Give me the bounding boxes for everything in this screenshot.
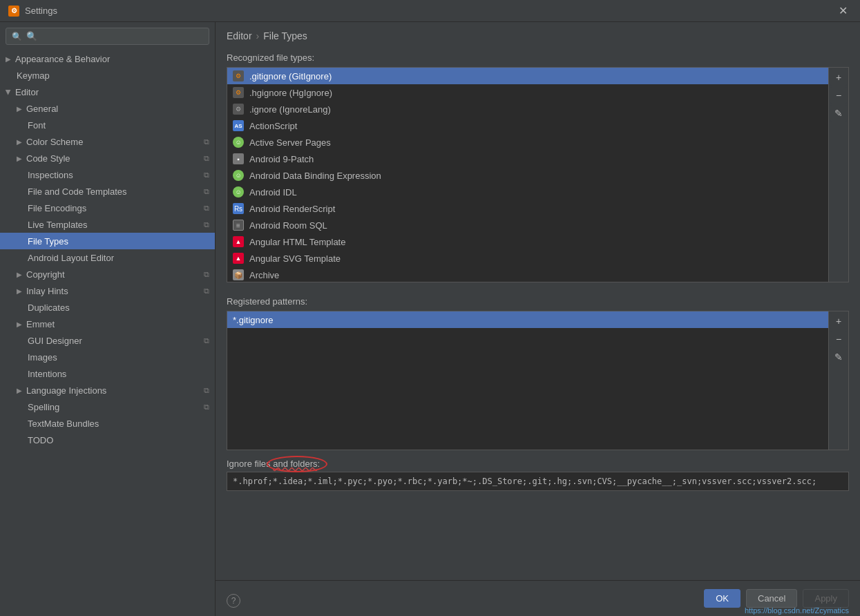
ok-button[interactable]: OK <box>704 589 740 608</box>
file-type-label: Angular SVG Template <box>249 253 341 264</box>
sidebar-item-gui-designer[interactable]: GUI Designer ⧉ <box>0 332 215 349</box>
app-icon: ⚙ <box>8 6 19 17</box>
add-file-type-button[interactable]: + <box>830 69 847 86</box>
list-item[interactable]: ▪ Android 9-Patch <box>227 151 828 167</box>
file-type-icon: ☺ <box>233 186 244 198</box>
file-type-icon: ≡ <box>233 220 244 231</box>
copy-icon: ⧉ <box>204 204 209 213</box>
sidebar-item-textmate[interactable]: TextMate Bundles <box>0 415 215 432</box>
file-type-icon: ☺ <box>233 170 244 181</box>
sidebar-item-label: File and Code Templates <box>28 186 127 197</box>
sidebar-item-label: TextMate Bundles <box>28 418 99 429</box>
search-input[interactable] <box>26 31 203 41</box>
ignore-files-input[interactable] <box>227 472 849 491</box>
list-item[interactable]: ▲ Angular HTML Template <box>227 233 828 250</box>
expand-arrow: ▶ <box>17 387 22 394</box>
list-item[interactable]: ▲ Angular SVG Template <box>227 250 828 267</box>
add-pattern-button[interactable]: + <box>830 313 847 329</box>
list-item[interactable]: ⚙ .hgignore (HgIgnore) <box>227 84 828 101</box>
sidebar-item-spelling[interactable]: Spelling ⧉ <box>0 398 215 415</box>
sidebar-item-file-encodings[interactable]: File Encodings ⧉ <box>0 200 215 216</box>
sidebar-item-label: Spelling <box>28 402 59 412</box>
sidebar-item-label: File Types <box>28 236 68 247</box>
ignore-label: Ignore files and folders: <box>227 459 849 469</box>
sidebar-item-editor[interactable]: ▶ Editor <box>0 84 215 100</box>
list-item[interactable]: 📦 Archive <box>227 267 828 282</box>
sidebar-item-language-injections[interactable]: ▶ Language Injections ⧉ <box>0 382 215 398</box>
sidebar-item-label: Android Layout Editor <box>28 253 114 263</box>
sidebar-item-label: File Encodings <box>28 203 86 213</box>
file-type-icon: ▲ <box>233 253 244 264</box>
sidebar-item-code-style[interactable]: ▶ Code Style ⧉ <box>0 150 215 166</box>
close-button[interactable]: ✕ <box>834 3 852 19</box>
copy-icon: ⧉ <box>204 270 209 279</box>
sidebar-item-file-templates[interactable]: File and Code Templates ⧉ <box>0 183 215 200</box>
sidebar-item-file-types[interactable]: File Types <box>0 233 215 249</box>
list-item[interactable]: ⚙ .gitignore (GitIgnore) <box>227 68 828 84</box>
sidebar-item-emmet[interactable]: ▶ Emmet <box>0 316 215 332</box>
patterns-section: Registered patterns: *.gitignore + − ✎ <box>216 291 860 450</box>
sidebar-item-label: Duplicates <box>28 302 70 313</box>
file-type-icon: Rs <box>233 203 244 214</box>
sidebar-item-images[interactable]: Images <box>0 349 215 365</box>
help-button[interactable]: ? <box>227 594 240 608</box>
registered-patterns-label: Registered patterns: <box>216 291 860 311</box>
list-item[interactable]: AS ActionScript <box>227 117 828 134</box>
sidebar-item-inlay-hints[interactable]: ▶ Inlay Hints ⧉ <box>0 282 215 299</box>
sidebar-item-general[interactable]: ▶ General <box>0 100 215 117</box>
edit-file-type-button[interactable]: ✎ <box>830 105 847 122</box>
search-box[interactable]: 🔍 <box>6 28 209 45</box>
file-type-label: .hgignore (HgIgnore) <box>249 88 332 98</box>
window-title: Settings <box>25 6 57 16</box>
sidebar-item-color-scheme[interactable]: ▶ Color Scheme ⧉ <box>0 133 215 150</box>
list-item[interactable]: ≡ Android Room SQL <box>227 217 828 233</box>
sidebar-item-font[interactable]: Font <box>0 117 215 133</box>
patterns-side-buttons: + − ✎ <box>828 311 848 450</box>
sidebar-item-label: Color Scheme <box>26 137 83 147</box>
sidebar-item-appearance[interactable]: ▶ Appearance & Behavior <box>0 50 215 67</box>
cancel-button[interactable]: Cancel <box>746 589 797 608</box>
file-type-icon: ⚙ <box>233 104 244 115</box>
file-type-icon: ▲ <box>233 236 244 247</box>
sidebar-content: ▶ Appearance & Behavior Keymap ▶ Editor … <box>0 50 215 616</box>
list-item[interactable]: *.gitignore <box>227 311 828 328</box>
remove-pattern-button[interactable]: − <box>830 331 847 347</box>
file-type-label: Archive <box>249 270 279 280</box>
sidebar-item-keymap[interactable]: Keymap <box>0 67 215 84</box>
file-type-label: Android IDL <box>249 187 297 198</box>
sidebar-item-inspections[interactable]: Inspections ⧉ <box>0 166 215 183</box>
sidebar-item-live-templates[interactable]: Live Templates ⧉ <box>0 216 215 233</box>
sidebar-item-intentions[interactable]: Intentions <box>0 365 215 382</box>
main-layout: 🔍 ▶ Appearance & Behavior Keymap ▶ Edito… <box>0 22 860 616</box>
file-type-icon: 📦 <box>233 269 244 280</box>
sidebar-item-label: GUI Designer <box>28 336 82 346</box>
sidebar-item-duplicates[interactable]: Duplicates <box>0 299 215 316</box>
sidebar-item-label: Live Templates <box>28 220 87 230</box>
list-item[interactable]: ☺ Active Server Pages <box>227 134 828 151</box>
apply-button[interactable]: Apply <box>803 589 849 608</box>
file-type-label: Angular HTML Template <box>249 237 345 247</box>
expand-arrow: ▶ <box>17 155 22 162</box>
copy-icon: ⧉ <box>204 171 209 180</box>
sidebar-item-copyright[interactable]: ▶ Copyright ⧉ <box>0 266 215 282</box>
copy-icon: ⧉ <box>204 287 209 296</box>
sidebar-item-todo[interactable]: TODO <box>0 432 215 448</box>
sidebar-item-label: Inlay Hints <box>26 286 68 296</box>
file-type-label: .gitignore (GitIgnore) <box>249 71 332 81</box>
expand-arrow: ▶ <box>17 287 22 295</box>
breadcrumb-separator: › <box>256 30 260 41</box>
file-type-label: Android 9-Patch <box>249 154 314 164</box>
edit-pattern-button[interactable]: ✎ <box>830 349 847 365</box>
list-item[interactable]: ⚙ .ignore (IgnoreLang) <box>227 101 828 117</box>
sidebar-item-label: Keymap <box>17 70 50 81</box>
expand-arrow: ▶ <box>17 271 22 278</box>
copy-icon: ⧉ <box>204 220 209 229</box>
list-item[interactable]: Rs Android RenderScript <box>227 200 828 217</box>
ignore-label-middle: and folders <box>273 459 317 469</box>
sidebar-item-android-layout-editor[interactable]: Android Layout Editor <box>0 249 215 266</box>
file-type-icon: ▪ <box>233 153 244 164</box>
list-item[interactable]: ☺ Android IDL <box>227 184 828 200</box>
remove-file-type-button[interactable]: − <box>830 87 847 104</box>
copy-icon: ⧉ <box>204 137 209 146</box>
list-item[interactable]: ☺ Android Data Binding Expression <box>227 167 828 184</box>
